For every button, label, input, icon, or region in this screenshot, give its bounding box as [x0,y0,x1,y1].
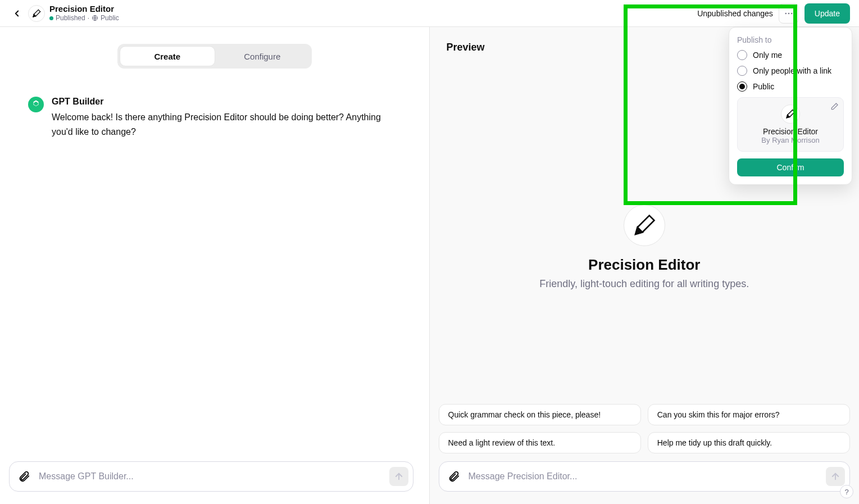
header-bar: Precision Editor Published · Public Unpu… [0,0,859,27]
update-button[interactable]: Update [805,3,850,24]
builder-input[interactable] [33,471,389,482]
preview-send-button[interactable] [826,467,845,486]
ellipsis-icon [784,8,794,19]
publish-option-public[interactable]: Public [737,81,844,92]
paperclip-icon [448,470,460,483]
svg-point-3 [791,12,792,13]
openai-icon [31,99,41,110]
builder-send-button[interactable] [389,467,408,486]
card-byline: By Ryan Morrison [761,136,819,144]
edit-card-button[interactable] [830,102,839,111]
radio-selected-icon [737,81,747,92]
publish-popover: Publish to Only me Only people with a li… [729,27,852,185]
builder-message-content: GPT Builder Welcome back! Is there anyth… [52,97,401,139]
globe-icon [92,15,98,21]
back-button[interactable] [9,6,25,21]
publish-heading: Publish to [737,35,844,44]
builder-chat: GPT Builder Welcome back! Is there anyth… [0,74,429,504]
status-dot-icon [49,16,53,20]
gpt-avatar [28,5,45,22]
chevron-left-icon [12,8,22,19]
prompt-suggestions-grid: Quick grammar check on this piece, pleas… [439,404,851,453]
publish-option-only-me[interactable]: Only me [737,50,844,60]
preview-input[interactable] [463,471,826,482]
builder-name: GPT Builder [52,97,401,107]
preview-description: Friendly, light-touch editing for all wr… [539,278,749,290]
tabs: Create Configure [117,44,312,69]
attach-button[interactable] [15,467,33,485]
help-button[interactable]: ? [840,485,853,498]
left-pane: Create Configure GPT Builder Welcome bac… [0,27,430,504]
tabs-container: Create Configure [0,27,429,74]
header-subtitle: Published · Public [49,15,119,22]
arrow-up-icon [394,471,404,482]
more-options-button[interactable] [779,3,799,24]
builder-avatar [28,97,44,112]
pen-icon [633,214,656,237]
unpublished-changes-label: Unpublished changes [697,9,773,18]
header-title-block: Precision Editor Published · Public [49,4,119,22]
pen-icon [785,109,796,119]
builder-message-row: GPT Builder Welcome back! Is there anyth… [28,97,401,139]
preview-title: Precision Editor [588,256,700,274]
card-title: Precision Editor [763,127,818,136]
publish-option-label: Only people with a link [753,66,831,75]
prompt-chip[interactable]: Can you skim this for major errors? [648,404,850,425]
builder-message-text: Welcome back! Is there anything Precisio… [52,110,401,139]
preview-input-bar [439,461,851,492]
publish-option-link[interactable]: Only people with a link [737,66,844,76]
paperclip-icon [18,470,30,483]
svg-point-2 [788,12,789,13]
arrow-up-icon [830,471,840,482]
tab-create[interactable]: Create [120,46,215,66]
prompt-chip[interactable]: Help me tidy up this draft quickly. [648,432,850,453]
builder-input-bar [9,461,413,492]
header-title: Precision Editor [49,4,119,14]
radio-icon [737,66,747,76]
radio-icon [737,50,747,60]
status-text: Published [56,15,85,22]
tab-configure[interactable]: Configure [215,46,310,66]
publish-option-label: Only me [753,51,782,60]
confirm-button[interactable]: Confirm [737,158,844,176]
publish-option-label: Public [753,82,774,91]
card-avatar [781,105,800,124]
preview-attach-button[interactable] [445,467,463,485]
prompt-chip[interactable]: Quick grammar check on this piece, pleas… [439,404,641,425]
pencil-icon [830,102,839,111]
svg-point-1 [785,12,786,13]
preview-avatar [624,205,665,246]
separator-dot: · [88,15,89,22]
prompt-chip[interactable]: Need a light review of this text. [439,432,641,453]
visibility-text: Public [101,15,119,22]
publish-preview-card: Precision Editor By Ryan Morrison [737,97,844,152]
pen-icon [32,9,41,18]
